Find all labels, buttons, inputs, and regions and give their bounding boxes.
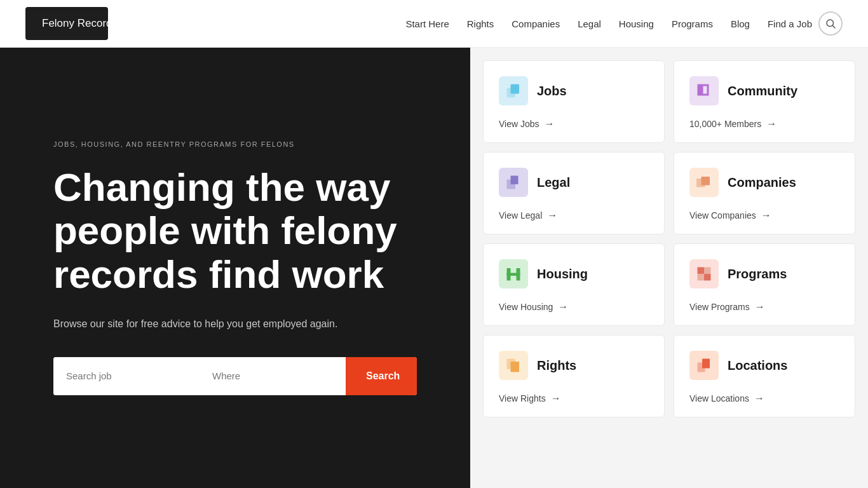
svg-line-1 — [832, 25, 835, 28]
housing-icon — [499, 259, 528, 288]
svg-rect-11 — [507, 273, 520, 276]
card-rights-header: Rights — [499, 351, 649, 380]
card-jobs-header: Jobs — [499, 76, 649, 105]
programs-svg-icon — [695, 264, 714, 283]
card-rights-link-text: View Rights — [499, 393, 546, 403]
hero-section: JOBS, HOUSING, AND REENTRY PROGRAMS FOR … — [0, 48, 470, 488]
logo-icon: Felony Record Hub — [25, 7, 108, 40]
main-content: JOBS, HOUSING, AND REENTRY PROGRAMS FOR … — [0, 48, 868, 488]
search-where-input[interactable] — [200, 357, 346, 395]
right-panel: Jobs View Jobs → Community — [470, 48, 868, 488]
card-jobs[interactable]: Jobs View Jobs → — [483, 60, 665, 143]
card-rights-label: Rights — [537, 358, 576, 373]
card-legal-header: Legal — [499, 168, 649, 197]
housing-svg-icon — [504, 264, 523, 283]
card-locations-link[interactable]: View Locations → — [689, 393, 839, 404]
card-housing[interactable]: Housing View Housing → — [483, 243, 665, 326]
hero-description: Browse our site for free advice to help … — [53, 316, 417, 332]
svg-point-0 — [827, 20, 834, 27]
nav-start-here[interactable]: Start Here — [405, 18, 449, 29]
svg-rect-15 — [704, 274, 711, 281]
legal-svg-icon — [504, 173, 523, 192]
nav-housing[interactable]: Housing — [619, 18, 654, 29]
nav-blog[interactable]: Blog — [731, 18, 750, 29]
locations-svg-icon — [695, 356, 714, 375]
card-programs-link[interactable]: View Programs → — [689, 301, 839, 313]
card-legal-link[interactable]: View Legal → — [499, 210, 649, 221]
community-arrow-icon: → — [766, 118, 776, 130]
card-rights[interactable]: Rights View Rights → — [483, 335, 665, 417]
rights-icon — [499, 351, 528, 380]
housing-arrow-icon: → — [558, 301, 568, 313]
card-rights-link[interactable]: View Rights → — [499, 393, 649, 404]
card-legal[interactable]: Legal View Legal → — [483, 152, 665, 234]
locations-icon — [689, 351, 719, 380]
svg-rect-14 — [698, 274, 705, 281]
hero-subtitle: JOBS, HOUSING, AND REENTRY PROGRAMS FOR … — [53, 140, 417, 148]
card-housing-link[interactable]: View Housing → — [499, 301, 649, 313]
card-jobs-label: Jobs — [537, 84, 567, 98]
nav-find-a-job[interactable]: Find a Job — [768, 18, 812, 29]
search-button[interactable]: Search — [346, 357, 417, 395]
card-community-link[interactable]: 10,000+ Members → — [689, 118, 839, 130]
svg-rect-6 — [511, 176, 519, 185]
companies-icon — [689, 168, 719, 197]
cards-grid: Jobs View Jobs → Community — [483, 60, 855, 417]
card-locations-label: Locations — [728, 358, 787, 373]
programs-icon — [689, 259, 719, 288]
hero-title: Changing the way people with felony reco… — [53, 166, 417, 296]
card-jobs-link[interactable]: View Jobs → — [499, 118, 649, 130]
card-companies-header: Companies — [689, 168, 839, 197]
svg-rect-12 — [698, 268, 705, 274]
card-housing-label: Housing — [537, 267, 588, 281]
card-companies[interactable]: Companies View Companies → — [674, 152, 855, 234]
card-programs-link-text: View Programs — [689, 302, 750, 312]
companies-svg-icon — [695, 173, 714, 192]
card-locations-link-text: View Locations — [689, 393, 749, 403]
community-icon — [689, 76, 719, 105]
main-nav: Start Here Rights Companies Legal Housin… — [405, 18, 812, 29]
search-icon — [825, 18, 836, 29]
logo-area: Felony Record Hub — [25, 7, 108, 40]
card-community-label: Community — [728, 84, 797, 98]
nav-rights[interactable]: Rights — [467, 18, 494, 29]
search-job-input[interactable] — [53, 357, 200, 395]
header-search-button[interactable] — [818, 11, 843, 36]
nav-programs[interactable]: Programs — [672, 18, 713, 29]
card-programs[interactable]: Programs View Programs → — [674, 243, 855, 326]
programs-arrow-icon: → — [755, 301, 765, 313]
card-programs-label: Programs — [728, 267, 787, 281]
locations-arrow-icon: → — [754, 393, 764, 404]
card-jobs-link-text: View Jobs — [499, 119, 539, 129]
card-locations[interactable]: Locations View Locations → — [674, 335, 855, 417]
nav-companies[interactable]: Companies — [512, 18, 560, 29]
card-companies-link[interactable]: View Companies → — [689, 210, 839, 221]
svg-rect-19 — [702, 359, 710, 369]
svg-rect-13 — [704, 268, 711, 274]
card-companies-label: Companies — [728, 175, 796, 190]
card-legal-label: Legal — [537, 175, 570, 190]
card-community-link-text: 10,000+ Members — [689, 119, 761, 129]
job-search-bar: Search — [53, 357, 417, 395]
card-community[interactable]: Community 10,000+ Members → — [674, 60, 855, 143]
jobs-icon — [499, 76, 528, 105]
logo-suffix: Hub — [112, 17, 135, 29]
jobs-arrow-icon: → — [545, 118, 555, 130]
card-housing-header: Housing — [499, 259, 649, 288]
companies-arrow-icon: → — [761, 210, 771, 221]
card-companies-link-text: View Companies — [689, 210, 756, 220]
card-legal-link-text: View Legal — [499, 210, 542, 220]
card-programs-header: Programs — [689, 259, 839, 288]
rights-svg-icon — [504, 356, 523, 375]
legal-icon — [499, 168, 528, 197]
svg-rect-3 — [511, 85, 520, 94]
community-svg-icon — [695, 81, 714, 100]
card-housing-link-text: View Housing — [499, 302, 553, 312]
logo-text: Felony Record Hub — [42, 17, 135, 30]
rights-arrow-icon: → — [551, 393, 561, 404]
nav-legal[interactable]: Legal — [578, 18, 601, 29]
svg-rect-8 — [702, 177, 710, 186]
logo-brand: Felony Record — [42, 17, 112, 29]
svg-rect-17 — [511, 362, 520, 372]
header: Felony Record Hub Start Here Rights Comp… — [0, 0, 868, 48]
